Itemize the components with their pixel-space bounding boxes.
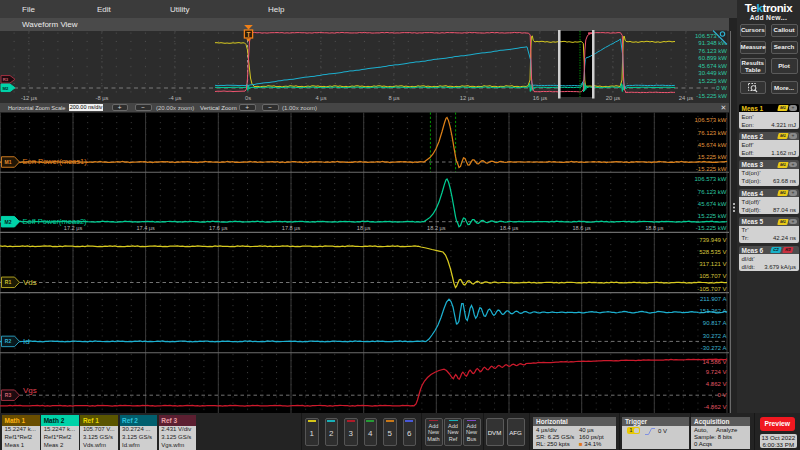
svg-text:R3: R3 xyxy=(5,392,12,398)
svg-text:14.586 V: 14.586 V xyxy=(702,359,726,365)
svg-text:-105.707 V: -105.707 V xyxy=(697,286,726,292)
svg-text:18.6 µs: 18.6 µs xyxy=(572,225,591,231)
svg-text:18.2 µs: 18.2 µs xyxy=(427,225,446,231)
svg-text:18 µs: 18 µs xyxy=(357,225,371,231)
svg-text:18.8 µs: 18.8 µs xyxy=(645,225,664,231)
svg-text:76.123 kW: 76.123 kW xyxy=(698,189,727,195)
svg-text:0 V: 0 V xyxy=(717,392,726,398)
svg-text:106.573 kW: 106.573 kW xyxy=(694,117,726,123)
svg-text:15.225 kW: 15.225 kW xyxy=(698,213,727,219)
svg-text:9.724 V: 9.724 V xyxy=(706,369,727,375)
svg-text:-15.225 kW: -15.225 kW xyxy=(696,225,727,231)
svg-text:Vgs: Vgs xyxy=(23,386,37,395)
svg-text:106.573 kW: 106.573 kW xyxy=(694,176,726,182)
svg-text:-4.862 V: -4.862 V xyxy=(704,404,727,410)
svg-text:18.4 µs: 18.4 µs xyxy=(500,225,519,231)
svg-text:-15.225 kW: -15.225 kW xyxy=(696,166,727,172)
svg-text:M2: M2 xyxy=(5,219,12,225)
svg-text:M1: M1 xyxy=(5,159,12,165)
svg-text:Eon Power(meas1): Eon Power(meas1) xyxy=(23,157,88,166)
svg-text:45.674 kW: 45.674 kW xyxy=(698,201,727,207)
svg-text:R1: R1 xyxy=(5,279,12,285)
svg-text:15.225 kW: 15.225 kW xyxy=(698,154,727,160)
svg-text:17.6 µs: 17.6 µs xyxy=(209,225,228,231)
svg-text:317.121 V: 317.121 V xyxy=(699,261,726,267)
svg-text:Vds: Vds xyxy=(23,278,37,287)
svg-text:R2: R2 xyxy=(5,338,12,344)
svg-text:45.674 kW: 45.674 kW xyxy=(698,142,727,148)
svg-text:528.535 V: 528.535 V xyxy=(699,249,726,255)
svg-text:151.362 A: 151.362 A xyxy=(699,308,726,314)
svg-text:17.4 µs: 17.4 µs xyxy=(136,225,155,231)
svg-text:105.707 V: 105.707 V xyxy=(699,273,726,279)
svg-text:739.949 V: 739.949 V xyxy=(699,237,726,243)
svg-text:Id: Id xyxy=(23,337,30,346)
svg-text:4.862 V: 4.862 V xyxy=(706,381,727,387)
svg-text:-30.272 A: -30.272 A xyxy=(701,345,727,351)
svg-text:76.123 kW: 76.123 kW xyxy=(698,130,727,136)
svg-text:17.8 µs: 17.8 µs xyxy=(282,225,301,231)
svg-text:90.817 A: 90.817 A xyxy=(703,320,727,326)
svg-text:30.272 A: 30.272 A xyxy=(703,333,727,339)
svg-text:211.907 A: 211.907 A xyxy=(700,296,727,302)
svg-text:Eoff Power(meas2): Eoff Power(meas2) xyxy=(23,217,88,226)
